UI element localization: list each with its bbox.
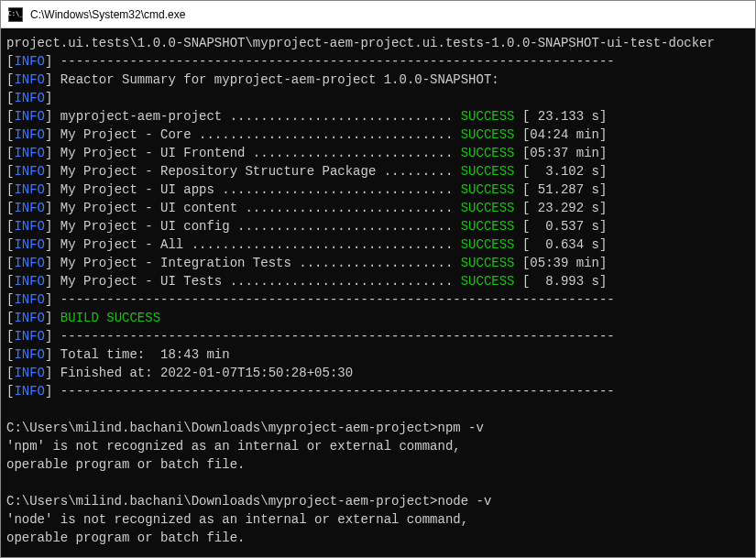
output-line: [INFO] ---------------------------------…	[6, 290, 755, 309]
window-title: C:\Windows\System32\cmd.exe	[30, 8, 185, 21]
output-line: [INFO]	[6, 89, 755, 107]
prompt-line: C:\Users\milind.bachani\Downloads\myproj…	[6, 419, 755, 437]
output-line: [INFO] ---------------------------------…	[6, 382, 755, 400]
error-line: operable program or batch file.	[6, 455, 755, 474]
error-line: operable program or batch file.	[6, 529, 755, 547]
title-bar[interactable]: C:\Windows\System32\cmd.exe	[1, 1, 755, 28]
output-line: [INFO] Total time: 18:43 min	[6, 345, 755, 364]
error-line: 'node' is not recognized as an internal …	[6, 510, 755, 529]
error-line: 'npm' is not recognized as an internal o…	[6, 437, 755, 455]
module-line: [INFO] My Project - All ................…	[6, 235, 755, 254]
blank-line	[6, 474, 755, 492]
output-line: [INFO] ---------------------------------…	[6, 327, 755, 345]
module-line: [INFO] My Project - Repository Structure…	[6, 162, 755, 181]
output-line: project.ui.tests\1.0.0-SNAPSHOT\myprojec…	[6, 34, 755, 52]
output-line: [INFO] Finished at: 2022-01-07T15:50:28+…	[6, 364, 755, 382]
module-line: [INFO] My Project - Core ...............…	[6, 126, 755, 144]
blank-line	[6, 400, 755, 419]
cmd-window: C:\Windows\System32\cmd.exe project.ui.t…	[0, 0, 756, 558]
output-line: [INFO] ---------------------------------…	[6, 52, 755, 71]
module-line: [INFO] My Project - UI Frontend ........…	[6, 144, 755, 162]
module-line: [INFO] My Project - UI content .........…	[6, 199, 755, 217]
terminal-output[interactable]: project.ui.tests\1.0.0-SNAPSHOT\myprojec…	[1, 28, 755, 557]
cmd-icon	[8, 7, 23, 22]
module-line: [INFO] My Project - UI Tests ...........…	[6, 272, 755, 290]
module-line: [INFO] My Project - Integration Tests ..…	[6, 254, 755, 272]
prompt-line: C:\Users\milind.bachani\Downloads\myproj…	[6, 492, 755, 510]
module-line: [INFO] My Project - UI config ..........…	[6, 217, 755, 235]
module-line: [INFO] myproject-aem-project ...........…	[6, 107, 755, 126]
output-line: [INFO] Reactor Summary for myproject-aem…	[6, 71, 755, 89]
module-line: [INFO] My Project - UI apps ............…	[6, 181, 755, 199]
build-success-line: [INFO] BUILD SUCCESS	[6, 309, 755, 327]
